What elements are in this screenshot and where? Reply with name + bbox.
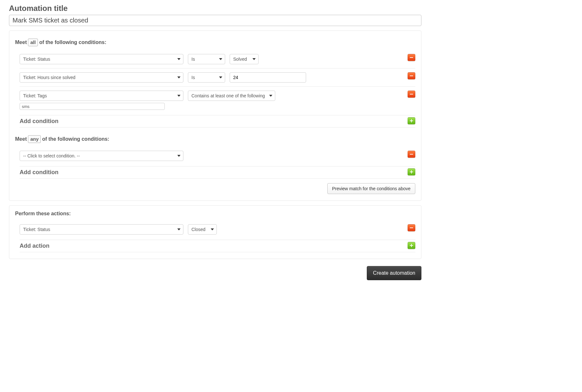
create-automation-button[interactable]: Create automation (367, 266, 421, 280)
meet-prefix: Meet (15, 136, 27, 142)
footer-actions: Create automation (9, 266, 421, 280)
actions-heading: Perform these actions: (15, 209, 415, 220)
condition-field-select[interactable]: Ticket: Hours since solved (20, 72, 183, 83)
automation-title-input[interactable] (9, 15, 421, 26)
condition-row: -- Click to select condition. -- (20, 147, 415, 165)
condition-field-select[interactable]: -- Click to select condition. -- (20, 151, 183, 161)
all-token: all (28, 39, 38, 46)
plus-icon (410, 119, 413, 123)
add-action-label: Add action (20, 243, 49, 249)
add-condition-button[interactable] (408, 117, 415, 124)
minus-icon (410, 92, 413, 96)
minus-icon (410, 152, 413, 156)
actions-panel: Perform these actions: Ticket: Status Cl… (9, 205, 421, 259)
action-field-select[interactable]: Ticket: Status (20, 224, 183, 235)
minus-icon (410, 74, 413, 78)
action-value-select[interactable]: Closed (188, 224, 217, 235)
svg-rect-10 (410, 245, 413, 246)
svg-rect-1 (410, 76, 413, 76)
condition-operator-select[interactable]: Contains at least one of the following (188, 91, 275, 101)
add-condition-label: Add condition (20, 118, 58, 124)
remove-condition-button[interactable] (408, 91, 415, 98)
condition-tags-input[interactable] (20, 103, 165, 110)
plus-icon (410, 170, 413, 174)
all-conditions-heading: Meet all of the following conditions: (15, 34, 415, 50)
remove-condition-button[interactable] (408, 54, 415, 61)
add-condition-button[interactable] (408, 168, 415, 175)
meet-suffix: of the following conditions: (39, 40, 106, 45)
any-token: any (28, 135, 41, 143)
condition-field-select[interactable]: Ticket: Status (20, 54, 183, 64)
condition-value-select[interactable]: Solved (230, 54, 259, 64)
add-action-row: Add action (20, 240, 415, 252)
condition-value-input[interactable] (230, 72, 306, 83)
svg-rect-4 (410, 120, 413, 121)
svg-rect-2 (410, 94, 413, 94)
svg-rect-0 (410, 57, 413, 58)
remove-condition-button[interactable] (408, 72, 415, 79)
svg-rect-7 (410, 172, 413, 172)
action-row: Ticket: Status Closed (20, 220, 415, 238)
condition-row: Ticket: Status Is Solved (20, 50, 415, 68)
svg-rect-5 (410, 154, 413, 155)
add-condition-row: Add condition (20, 166, 415, 179)
preview-wrap: Preview match for the conditions above (15, 183, 415, 194)
any-conditions-heading: Meet any of the following conditions: (15, 131, 415, 147)
preview-match-button[interactable]: Preview match for the conditions above (327, 183, 415, 194)
plus-icon (410, 244, 413, 247)
add-action-button[interactable] (408, 242, 415, 249)
condition-operator-select[interactable]: Is (188, 54, 225, 64)
minus-icon (410, 56, 413, 59)
condition-field-select[interactable]: Ticket: Tags (20, 91, 183, 101)
add-condition-label: Add condition (20, 169, 58, 175)
remove-condition-button[interactable] (408, 151, 415, 158)
remove-action-button[interactable] (408, 224, 415, 231)
svg-rect-8 (410, 227, 413, 228)
conditions-panel: Meet all of the following conditions: Ti… (9, 31, 421, 201)
meet-prefix: Meet (15, 40, 27, 45)
title-label: Automation title (9, 4, 421, 13)
meet-suffix: of the following conditions: (42, 136, 109, 142)
condition-operator-select[interactable]: Is (188, 72, 225, 83)
minus-icon (410, 226, 413, 230)
add-condition-row: Add condition (20, 115, 415, 128)
condition-row: Ticket: Hours since solved Is (20, 68, 415, 86)
condition-row: Ticket: Tags Contains at least one of th… (20, 86, 415, 114)
